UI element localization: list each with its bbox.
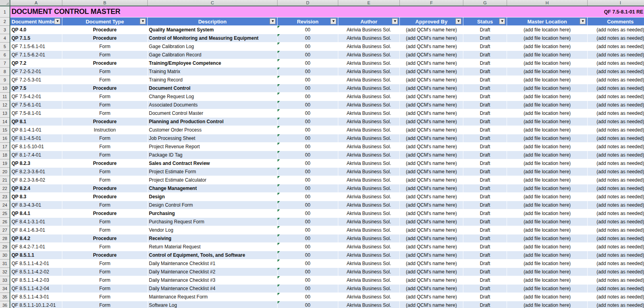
cell-C5[interactable]: Gage Calibration Log — [148, 43, 278, 51]
cell-F13[interactable]: (add QCM's name here) — [400, 109, 463, 118]
cell-A7[interactable]: QP 7.2 — [10, 59, 62, 68]
cell-I5[interactable]: (add notes as needed) — [588, 43, 644, 51]
cell-G19[interactable]: Draft — [463, 159, 507, 168]
cell-F36[interactable]: (add QCM's name here) — [400, 301, 463, 308]
cell-G12[interactable]: Draft — [463, 101, 507, 109]
header-cell-comments[interactable]: Comments — [588, 17, 644, 26]
cell-D35[interactable]: 00 — [278, 293, 338, 301]
cell-G7[interactable]: Draft — [463, 59, 507, 68]
row-number-17[interactable]: 17 — [0, 143, 10, 151]
cell-C27[interactable]: Vendor Log — [148, 226, 278, 234]
cell-F14[interactable]: (add QCM's name here) — [400, 118, 463, 126]
cell-D21[interactable]: 00 — [278, 176, 338, 184]
cell-B32[interactable]: Form — [62, 268, 148, 276]
cell-C19[interactable]: Sales and Contract Review — [148, 159, 278, 168]
cell-A30[interactable]: QP 8.5.1.1 — [10, 251, 62, 260]
cell-E18[interactable]: Akrivia Business Sol. — [338, 151, 400, 159]
row-number-16[interactable]: 16 — [0, 134, 10, 143]
cell-F33[interactable]: (add QCM's name here) — [400, 276, 463, 285]
cell-C16[interactable]: Job Processing Sheet — [148, 134, 278, 143]
cell-A28[interactable]: QP 8.4.2 — [10, 234, 62, 243]
cell-A22[interactable]: QP 8.2.4 — [10, 184, 62, 193]
cell-B7[interactable]: Procedure — [62, 59, 148, 68]
cell-I10[interactable]: (add notes as needed) — [588, 84, 644, 93]
cell-A31[interactable]: QF 8.5.1.1-4.2-01 — [10, 260, 62, 268]
cell-C20[interactable]: Project Estimate Form — [148, 168, 278, 176]
cell-C7[interactable]: Training/Employee Competence — [148, 59, 278, 68]
cell-G22[interactable]: Draft — [463, 184, 507, 193]
cell-G27[interactable]: Draft — [463, 226, 507, 234]
cell-G20[interactable]: Draft — [463, 168, 507, 176]
cell-A14[interactable]: QP 8.1 — [10, 118, 62, 126]
cell-A34[interactable]: QF 8.5.1.1-4.2-04 — [10, 285, 62, 293]
cell-I29[interactable]: (add notes as needed) — [588, 243, 644, 251]
row-number-26[interactable]: 26 — [0, 218, 10, 226]
cell-G26[interactable]: Draft — [463, 218, 507, 226]
cell-E27[interactable]: Akrivia Business Sol. — [338, 226, 400, 234]
column-header-E[interactable]: E — [338, 0, 400, 6]
cell-G34[interactable]: Draft — [463, 285, 507, 293]
cell-H19[interactable]: (add file location here) — [507, 159, 588, 168]
cell-C32[interactable]: Daily Maintenance Checklist #2 — [148, 268, 278, 276]
cell-F29[interactable]: (add QCM's name here) — [400, 243, 463, 251]
cell-C12[interactable]: Associated Documents — [148, 101, 278, 109]
cell-H6[interactable]: (add file location here) — [507, 51, 588, 59]
row-number-33[interactable]: 33 — [0, 276, 10, 285]
cell-I20[interactable]: (add notes as needed) — [588, 168, 644, 176]
cell-G28[interactable]: Draft — [463, 234, 507, 243]
cell-G30[interactable]: Draft — [463, 251, 507, 260]
cell-I4[interactable]: (add notes as needed) — [588, 34, 644, 43]
cell-I34[interactable]: (add notes as needed) — [588, 285, 644, 293]
cell-H36[interactable]: (add file location here) — [507, 301, 588, 308]
cell-B16[interactable]: Form — [62, 134, 148, 143]
cell-I16[interactable]: (add notes as needed) — [588, 134, 644, 143]
cell-F4[interactable]: (add QCM's name here) — [400, 34, 463, 43]
cell-I15[interactable]: (add notes as needed) — [588, 126, 644, 134]
cell-A35[interactable]: QF 8.5.1.1-4.3-01 — [10, 293, 62, 301]
row-number-21[interactable]: 21 — [0, 176, 10, 184]
cell-D20[interactable]: 00 — [278, 168, 338, 176]
cell-D33[interactable]: 00 — [278, 276, 338, 285]
cell-A16[interactable]: QF 8.1-4.5-01 — [10, 134, 62, 143]
cell-D36[interactable]: 00 — [278, 301, 338, 308]
cell-I8[interactable]: (add notes as needed) — [588, 68, 644, 76]
cell-B21[interactable]: Form — [62, 176, 148, 184]
cell-B26[interactable]: Form — [62, 218, 148, 226]
cell-C22[interactable]: Change Management — [148, 184, 278, 193]
cell-C26[interactable]: Purchasing Request Form — [148, 218, 278, 226]
cell-D24[interactable]: 00 — [278, 201, 338, 209]
column-header-A[interactable]: A — [10, 0, 62, 6]
cell-F23[interactable]: (add QCM's name here) — [400, 193, 463, 201]
row-number-34[interactable]: 34 — [0, 285, 10, 293]
cell-G21[interactable]: Draft — [463, 176, 507, 184]
cell-H7[interactable]: (add file location here) — [507, 59, 588, 68]
cell-D7[interactable]: 00 — [278, 59, 338, 68]
cell-F35[interactable]: (add QCM's name here) — [400, 293, 463, 301]
cell-F15[interactable]: (add QCM's name here) — [400, 126, 463, 134]
cell-D30[interactable]: 00 — [278, 251, 338, 260]
title-cell[interactable]: DOCUMENT CONTROL MASTER QF 7.5-8.1-01 RE — [10, 6, 644, 17]
cell-F10[interactable]: (add QCM's name here) — [400, 84, 463, 93]
cell-H29[interactable]: (add file location here) — [507, 243, 588, 251]
cell-A13[interactable]: QF 7.5-8.1-01 — [10, 109, 62, 118]
row-number-32[interactable]: 32 — [0, 268, 10, 276]
cell-A11[interactable]: QF 7.5-4.2-01 — [10, 93, 62, 101]
cell-B25[interactable]: Procedure — [62, 209, 148, 218]
cell-E31[interactable]: Akrivia Business Sol. — [338, 260, 400, 268]
cell-A8[interactable]: QF 7.2-5.2-01 — [10, 68, 62, 76]
cell-I26[interactable]: (add notes as needed) — [588, 218, 644, 226]
cell-F20[interactable]: (add QCM's name here) — [400, 168, 463, 176]
cell-G16[interactable]: Draft — [463, 134, 507, 143]
cell-E16[interactable]: Akrivia Business Sol. — [338, 134, 400, 143]
cell-A25[interactable]: QP 8.4.1 — [10, 209, 62, 218]
row-number-9[interactable]: 9 — [0, 76, 10, 84]
header-cell-document-type[interactable]: Document Type — [62, 17, 148, 26]
cell-E14[interactable]: Akrivia Business Sol. — [338, 118, 400, 126]
cell-D18[interactable]: 00 — [278, 151, 338, 159]
cell-B10[interactable]: Procedure — [62, 84, 148, 93]
cell-F22[interactable]: (add QCM's name here) — [400, 184, 463, 193]
cell-D28[interactable]: 00 — [278, 234, 338, 243]
cell-I14[interactable]: (add notes as needed) — [588, 118, 644, 126]
cell-I31[interactable]: (add notes as needed) — [588, 260, 644, 268]
cell-I11[interactable]: (add notes as needed) — [588, 93, 644, 101]
